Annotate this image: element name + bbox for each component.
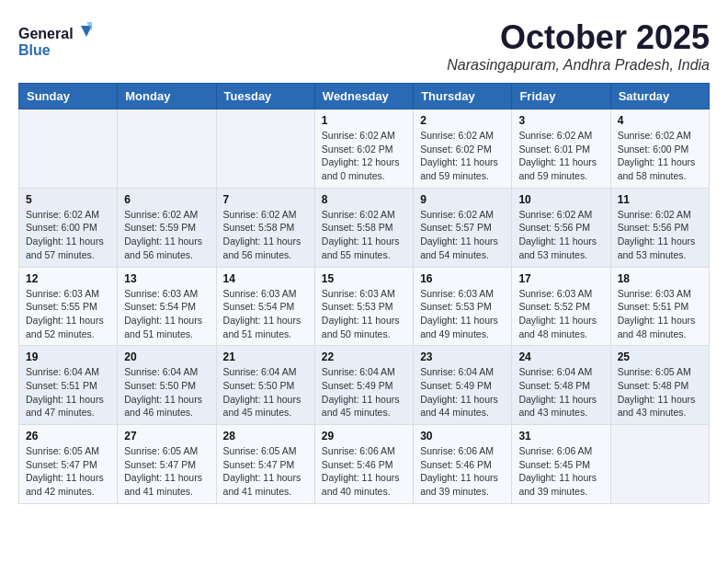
day-number: 9 bbox=[420, 193, 505, 206]
calendar-cell: 17Sunrise: 6:03 AMSunset: 5:52 PMDayligh… bbox=[512, 267, 610, 346]
calendar-cell: 11Sunrise: 6:02 AMSunset: 5:56 PMDayligh… bbox=[610, 188, 709, 267]
day-info: Sunrise: 6:02 AMSunset: 5:57 PMDaylight:… bbox=[420, 208, 505, 262]
calendar-cell bbox=[216, 109, 314, 189]
svg-text:General: General bbox=[18, 26, 74, 41]
day-number: 21 bbox=[223, 350, 308, 363]
day-number: 17 bbox=[518, 272, 603, 285]
day-number: 27 bbox=[124, 430, 209, 442]
day-info: Sunrise: 6:03 AMSunset: 5:54 PMDaylight:… bbox=[223, 287, 308, 341]
day-info: Sunrise: 6:05 AMSunset: 5:47 PMDaylight:… bbox=[26, 444, 110, 499]
day-number: 30 bbox=[420, 430, 505, 442]
day-number: 8 bbox=[322, 193, 406, 206]
day-number: 2 bbox=[420, 114, 505, 127]
day-info: Sunrise: 6:06 AMSunset: 5:46 PMDaylight:… bbox=[322, 444, 406, 499]
calendar-cell: 27Sunrise: 6:05 AMSunset: 5:47 PMDayligh… bbox=[118, 425, 216, 504]
day-info: Sunrise: 6:03 AMSunset: 5:53 PMDaylight:… bbox=[420, 287, 505, 341]
day-number: 1 bbox=[322, 114, 406, 127]
calendar-cell: 30Sunrise: 6:06 AMSunset: 5:46 PMDayligh… bbox=[414, 425, 512, 504]
day-number: 3 bbox=[518, 114, 603, 127]
calendar-cell: 2Sunrise: 6:02 AMSunset: 6:02 PMDaylight… bbox=[414, 109, 512, 189]
day-info: Sunrise: 6:06 AMSunset: 5:46 PMDaylight:… bbox=[420, 444, 505, 499]
day-info: Sunrise: 6:03 AMSunset: 5:52 PMDaylight:… bbox=[518, 287, 603, 341]
day-number: 13 bbox=[124, 272, 209, 285]
day-info: Sunrise: 6:02 AMSunset: 5:58 PMDaylight:… bbox=[322, 208, 406, 262]
calendar-cell: 3Sunrise: 6:02 AMSunset: 6:01 PMDaylight… bbox=[512, 109, 610, 189]
day-number: 4 bbox=[618, 114, 702, 127]
day-number: 29 bbox=[322, 430, 406, 442]
day-number: 6 bbox=[124, 193, 209, 206]
day-number: 16 bbox=[420, 272, 505, 285]
day-info: Sunrise: 6:02 AMSunset: 6:02 PMDaylight:… bbox=[322, 129, 406, 183]
calendar-cell: 28Sunrise: 6:05 AMSunset: 5:47 PMDayligh… bbox=[216, 425, 314, 504]
calendar-cell: 24Sunrise: 6:04 AMSunset: 5:48 PMDayligh… bbox=[512, 346, 610, 425]
calendar-cell: 8Sunrise: 6:02 AMSunset: 5:58 PMDaylight… bbox=[314, 188, 413, 267]
day-info: Sunrise: 6:05 AMSunset: 5:47 PMDaylight:… bbox=[124, 444, 209, 499]
day-info: Sunrise: 6:04 AMSunset: 5:50 PMDaylight:… bbox=[124, 365, 209, 419]
day-number: 19 bbox=[26, 350, 110, 363]
day-info: Sunrise: 6:02 AMSunset: 6:00 PMDaylight:… bbox=[26, 208, 110, 262]
weekday-header-sunday: Sunday bbox=[19, 84, 118, 109]
day-info: Sunrise: 6:04 AMSunset: 5:50 PMDaylight:… bbox=[223, 365, 308, 419]
calendar-cell: 26Sunrise: 6:05 AMSunset: 5:47 PMDayligh… bbox=[19, 425, 118, 504]
weekday-header-thursday: Thursday bbox=[414, 84, 512, 109]
calendar-cell: 18Sunrise: 6:03 AMSunset: 5:51 PMDayligh… bbox=[610, 267, 709, 346]
calendar-cell: 19Sunrise: 6:04 AMSunset: 5:51 PMDayligh… bbox=[19, 346, 118, 425]
weekday-header-monday: Monday bbox=[118, 84, 216, 109]
calendar-cell bbox=[19, 109, 118, 189]
day-number: 15 bbox=[322, 272, 406, 285]
day-number: 20 bbox=[124, 350, 209, 363]
weekday-header-friday: Friday bbox=[512, 84, 610, 109]
calendar-week-1: 1Sunrise: 6:02 AMSunset: 6:02 PMDaylight… bbox=[19, 109, 710, 189]
calendar-cell bbox=[610, 425, 709, 504]
calendar-header-row: SundayMondayTuesdayWednesdayThursdayFrid… bbox=[19, 84, 710, 109]
location: Narasingapuram, Andhra Pradesh, India bbox=[447, 57, 710, 74]
day-info: Sunrise: 6:03 AMSunset: 5:53 PMDaylight:… bbox=[322, 287, 406, 341]
day-number: 24 bbox=[518, 350, 603, 363]
day-info: Sunrise: 6:02 AMSunset: 5:56 PMDaylight:… bbox=[618, 208, 702, 262]
calendar-cell: 29Sunrise: 6:06 AMSunset: 5:46 PMDayligh… bbox=[314, 425, 413, 504]
day-number: 14 bbox=[223, 272, 308, 285]
logo-svg: General Blue bbox=[18, 18, 92, 64]
day-info: Sunrise: 6:04 AMSunset: 5:48 PMDaylight:… bbox=[518, 365, 603, 419]
day-number: 25 bbox=[618, 350, 702, 363]
weekday-header-saturday: Saturday bbox=[610, 84, 709, 109]
month-title: October 2025 bbox=[447, 18, 710, 57]
day-info: Sunrise: 6:02 AMSunset: 5:59 PMDaylight:… bbox=[124, 208, 209, 262]
calendar-cell: 10Sunrise: 6:02 AMSunset: 5:56 PMDayligh… bbox=[512, 188, 610, 267]
calendar-week-4: 19Sunrise: 6:04 AMSunset: 5:51 PMDayligh… bbox=[19, 346, 710, 425]
day-number: 31 bbox=[518, 430, 603, 442]
logo: General Blue bbox=[18, 18, 92, 64]
day-number: 26 bbox=[26, 430, 110, 442]
calendar-cell: 12Sunrise: 6:03 AMSunset: 5:55 PMDayligh… bbox=[19, 267, 118, 346]
day-info: Sunrise: 6:04 AMSunset: 5:49 PMDaylight:… bbox=[322, 365, 406, 419]
weekday-header-wednesday: Wednesday bbox=[314, 84, 413, 109]
calendar-cell: 7Sunrise: 6:02 AMSunset: 5:58 PMDaylight… bbox=[216, 188, 314, 267]
day-info: Sunrise: 6:03 AMSunset: 5:51 PMDaylight:… bbox=[618, 287, 702, 341]
calendar-cell: 5Sunrise: 6:02 AMSunset: 6:00 PMDaylight… bbox=[19, 188, 118, 267]
calendar-cell: 16Sunrise: 6:03 AMSunset: 5:53 PMDayligh… bbox=[414, 267, 512, 346]
day-info: Sunrise: 6:04 AMSunset: 5:51 PMDaylight:… bbox=[26, 365, 110, 419]
day-number: 5 bbox=[26, 193, 110, 206]
calendar-cell: 1Sunrise: 6:02 AMSunset: 6:02 PMDaylight… bbox=[314, 109, 413, 189]
calendar-week-2: 5Sunrise: 6:02 AMSunset: 6:00 PMDaylight… bbox=[19, 188, 710, 267]
calendar-cell bbox=[118, 109, 216, 189]
day-number: 11 bbox=[618, 193, 702, 206]
day-info: Sunrise: 6:02 AMSunset: 6:00 PMDaylight:… bbox=[618, 129, 702, 183]
svg-text:Blue: Blue bbox=[18, 42, 51, 58]
day-number: 7 bbox=[223, 193, 308, 206]
calendar-cell: 6Sunrise: 6:02 AMSunset: 5:59 PMDaylight… bbox=[118, 188, 216, 267]
day-info: Sunrise: 6:02 AMSunset: 5:56 PMDaylight:… bbox=[518, 208, 603, 262]
day-info: Sunrise: 6:02 AMSunset: 5:58 PMDaylight:… bbox=[223, 208, 308, 262]
calendar-cell: 15Sunrise: 6:03 AMSunset: 5:53 PMDayligh… bbox=[314, 267, 413, 346]
calendar-week-3: 12Sunrise: 6:03 AMSunset: 5:55 PMDayligh… bbox=[19, 267, 710, 346]
calendar-cell: 14Sunrise: 6:03 AMSunset: 5:54 PMDayligh… bbox=[216, 267, 314, 346]
calendar-cell: 31Sunrise: 6:06 AMSunset: 5:45 PMDayligh… bbox=[512, 425, 610, 504]
day-info: Sunrise: 6:05 AMSunset: 5:48 PMDaylight:… bbox=[618, 365, 702, 419]
calendar-cell: 4Sunrise: 6:02 AMSunset: 6:00 PMDaylight… bbox=[610, 109, 709, 189]
day-info: Sunrise: 6:04 AMSunset: 5:49 PMDaylight:… bbox=[420, 365, 505, 419]
day-number: 18 bbox=[618, 272, 702, 285]
day-info: Sunrise: 6:06 AMSunset: 5:45 PMDaylight:… bbox=[518, 444, 603, 499]
calendar-cell: 21Sunrise: 6:04 AMSunset: 5:50 PMDayligh… bbox=[216, 346, 314, 425]
calendar-cell: 23Sunrise: 6:04 AMSunset: 5:49 PMDayligh… bbox=[414, 346, 512, 425]
title-block: October 2025 Narasingapuram, Andhra Prad… bbox=[447, 18, 710, 74]
